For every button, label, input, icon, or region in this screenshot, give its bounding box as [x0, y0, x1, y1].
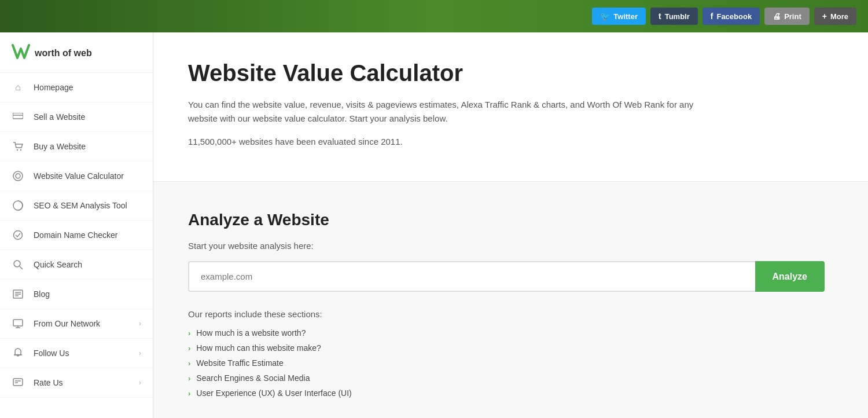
svg-rect-18: [13, 379, 23, 386]
logo-symbol: [12, 43, 30, 63]
analyze-button[interactable]: Analyze: [755, 261, 825, 292]
sidebar-item-label: Blog: [34, 289, 141, 299]
main-layout: worth of web ⌂ Homepage Sell a Website B…: [0, 32, 868, 418]
svg-point-2: [17, 149, 18, 151]
hero-section: Website Value Calculator You can find th…: [153, 32, 868, 182]
hero-description: You can find the website value, revenue,…: [188, 98, 709, 126]
logo-name: worth of web: [35, 48, 92, 58]
twitter-icon: 🐦: [600, 12, 610, 21]
print-icon: 🖨: [773, 12, 781, 21]
chevron-right-icon: ›: [188, 344, 190, 353]
analyze-sublabel: Start your website analysis here:: [188, 241, 833, 251]
chevron-right-icon: ›: [188, 389, 190, 398]
list-item: › Website Traffic Estimate: [188, 358, 833, 368]
chevron-right-icon: ›: [139, 349, 141, 357]
sidebar-item-sell-website[interactable]: Sell a Website: [0, 102, 153, 132]
chevron-right-icon: ›: [188, 359, 190, 368]
sidebar-item-quick-search[interactable]: Quick Search: [0, 250, 153, 280]
logo-area: worth of web: [0, 32, 153, 73]
more-button[interactable]: + More: [814, 8, 856, 25]
analyze-section: Analyze a Website Start your website ana…: [153, 182, 868, 418]
svg-point-5: [16, 174, 20, 178]
seo-icon: [12, 199, 24, 212]
chevron-right-icon: ›: [188, 329, 190, 338]
sidebar-item-blog[interactable]: Blog: [0, 280, 153, 309]
svg-line-9: [20, 266, 23, 269]
network-icon: [12, 317, 24, 330]
search-icon: [12, 258, 24, 271]
list-item: › User Experience (UX) & User Interface …: [188, 388, 833, 398]
tumblr-icon: t: [659, 12, 661, 21]
blog-icon: [12, 288, 24, 300]
svg-point-8: [14, 261, 20, 267]
top-bar: 🐦 Twitter t Tumblr f Facebook 🖨 Print + …: [0, 0, 868, 32]
facebook-icon: f: [711, 12, 713, 21]
svg-point-7: [14, 231, 23, 240]
chevron-right-icon: ›: [188, 374, 190, 383]
main-content: Website Value Calculator You can find th…: [153, 32, 868, 418]
calculator-icon: [12, 170, 24, 182]
sidebar-item-label: Sell a Website: [34, 112, 141, 122]
svg-point-3: [20, 149, 21, 151]
sidebar-item-label: From Our Network: [34, 319, 130, 328]
analyze-title: Analyze a Website: [188, 211, 833, 229]
home-icon: ⌂: [12, 81, 24, 94]
sidebar-item-label: Quick Search: [34, 260, 141, 269]
site-count: 11,500,000+ websites have been evaluated…: [188, 135, 709, 149]
buy-icon: [12, 140, 24, 153]
sidebar-item-seo-sem[interactable]: SEO & SEM Analysis Tool: [0, 191, 153, 221]
website-input[interactable]: [188, 261, 755, 292]
sidebar-item-website-value[interactable]: Website Value Calculator: [0, 162, 153, 191]
rate-icon: [12, 376, 24, 389]
tumblr-button[interactable]: t Tumblr: [650, 8, 698, 25]
sidebar-item-homepage[interactable]: ⌂ Homepage: [0, 73, 153, 102]
logo[interactable]: worth of web: [12, 43, 141, 63]
reports-label: Our reports include these sections:: [188, 309, 833, 319]
list-item: › Search Engines & Social Media: [188, 373, 833, 383]
sidebar-item-follow-us[interactable]: Follow Us ›: [0, 339, 153, 368]
sidebar-item-label: Domain Name Checker: [34, 230, 141, 240]
sidebar-item-rate-us[interactable]: Rate Us ›: [0, 368, 153, 398]
sidebar-item-label: Rate Us: [34, 378, 130, 387]
print-button[interactable]: 🖨 Print: [764, 8, 810, 25]
svg-rect-0: [13, 113, 23, 119]
page-title: Website Value Calculator: [188, 60, 833, 86]
sidebar: worth of web ⌂ Homepage Sell a Website B…: [0, 32, 153, 418]
twitter-button[interactable]: 🐦 Twitter: [592, 8, 646, 25]
sidebar-item-from-network[interactable]: From Our Network ›: [0, 309, 153, 339]
bell-icon: [12, 347, 24, 360]
search-row: Analyze: [188, 261, 825, 292]
list-item: › How much is a website worth?: [188, 328, 833, 338]
sidebar-item-buy-website[interactable]: Buy a Website: [0, 132, 153, 162]
svg-rect-14: [13, 320, 23, 326]
sidebar-item-label: Website Value Calculator: [34, 171, 141, 181]
plus-icon: +: [822, 12, 827, 21]
domain-icon: [12, 229, 24, 241]
sidebar-item-domain-checker[interactable]: Domain Name Checker: [0, 221, 153, 250]
sidebar-item-label: Homepage: [34, 83, 141, 92]
report-list: › How much is a website worth? › How muc…: [188, 328, 833, 398]
sidebar-item-label: Buy a Website: [34, 142, 141, 151]
chevron-right-icon: ›: [139, 320, 141, 328]
sidebar-item-label: Follow Us: [34, 349, 130, 358]
sell-icon: [12, 111, 24, 123]
chevron-right-icon: ›: [139, 379, 141, 387]
list-item: › How much can this website make?: [188, 343, 833, 353]
svg-point-4: [13, 171, 23, 181]
facebook-button[interactable]: f Facebook: [703, 8, 760, 25]
sidebar-item-label: SEO & SEM Analysis Tool: [34, 201, 141, 210]
